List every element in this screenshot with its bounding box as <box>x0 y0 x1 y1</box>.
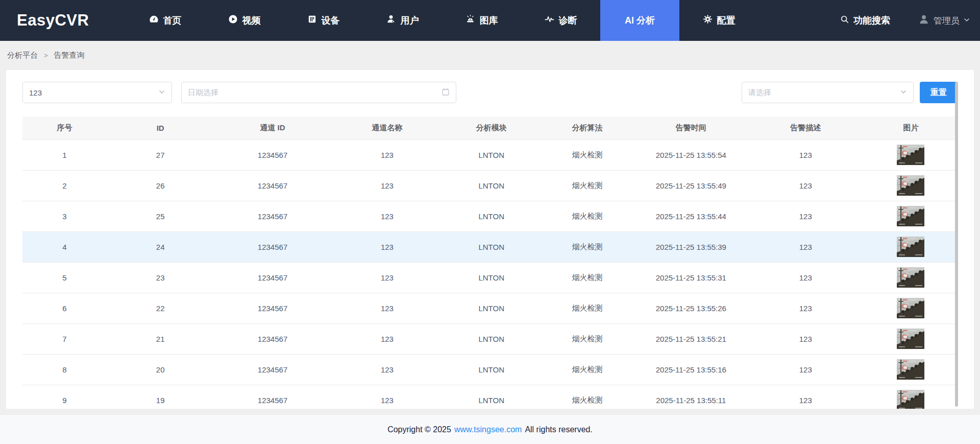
cell-index: 7 <box>22 323 107 354</box>
nav-item-diagnosis[interactable]: 诊断 <box>521 0 600 41</box>
reset-button[interactable]: 重置 <box>920 82 958 103</box>
filter-bar: 123 日期选择 请选择 重置 <box>22 82 958 103</box>
breadcrumb-item-alarm-query: 告警查询 <box>54 51 85 60</box>
cell-image <box>864 262 958 293</box>
cell-image <box>864 170 958 201</box>
vertical-scrollbar[interactable] <box>955 82 958 407</box>
cell-desc: 123 <box>747 201 864 231</box>
cell-time: 2025-11-25 13:55:21 <box>635 323 747 354</box>
cell-algorithm: 烟火检测 <box>540 323 635 354</box>
alarm-snapshot-thumbnail[interactable] <box>897 267 924 288</box>
cell-time: 2025-11-25 13:55:31 <box>635 262 747 293</box>
nav-item-config[interactable]: 配置 <box>679 0 758 41</box>
table-row[interactable]: 6 22 1234567 123 LNTON 烟火检测 2025-11-25 1… <box>22 293 958 323</box>
cell-channel-name: 123 <box>331 293 444 323</box>
alarm-snapshot-thumbnail[interactable] <box>897 175 924 196</box>
user-menu-label: 管理员 <box>934 15 960 27</box>
cell-channel-name: 123 <box>331 231 444 262</box>
cell-module: LNTON <box>443 385 540 409</box>
nav-item-label: 图库 <box>480 14 498 27</box>
col-header-channel-name: 通道名称 <box>331 116 444 139</box>
col-header-id: ID <box>107 116 214 139</box>
cell-id: 25 <box>107 201 214 231</box>
cell-index: 9 <box>22 385 107 409</box>
cell-algorithm: 烟火检测 <box>540 385 635 409</box>
cell-id: 26 <box>107 170 214 201</box>
alarm-lamp-icon <box>465 14 475 27</box>
cell-channel-name: 123 <box>331 262 444 293</box>
cell-algorithm: 烟火检测 <box>540 262 635 293</box>
cell-channel-id: 1234567 <box>214 170 331 201</box>
cell-index: 4 <box>22 231 107 262</box>
table-row[interactable]: 7 21 1234567 123 LNTON 烟火检测 2025-11-25 1… <box>22 323 958 354</box>
nav-item-video[interactable]: 视频 <box>205 0 284 41</box>
cell-channel-name: 123 <box>331 323 444 354</box>
table-row[interactable]: 4 24 1234567 123 LNTON 烟火检测 2025-11-25 1… <box>22 231 958 262</box>
cell-image <box>864 354 958 385</box>
alarm-snapshot-thumbnail[interactable] <box>897 206 924 226</box>
alarm-snapshot-thumbnail[interactable] <box>897 237 924 257</box>
table-row[interactable]: 2 26 1234567 123 LNTON 烟火检测 2025-11-25 1… <box>22 170 958 201</box>
table-row[interactable]: 5 23 1234567 123 LNTON 烟火检测 2025-11-25 1… <box>22 262 958 293</box>
function-search[interactable]: 功能搜索 <box>840 14 890 27</box>
cell-id: 21 <box>107 323 214 354</box>
cell-time: 2025-11-25 13:55:11 <box>635 385 747 409</box>
nav-item-label: 设备 <box>322 14 340 27</box>
cell-index: 3 <box>22 201 107 231</box>
table-row[interactable]: 3 25 1234567 123 LNTON 烟火检测 2025-11-25 1… <box>22 201 958 231</box>
type-select[interactable]: 请选择 <box>742 82 914 103</box>
brand-logo[interactable]: EasyCVR <box>17 0 89 41</box>
alarm-table-body: 1 27 1234567 123 LNTON 烟火检测 2025-11-25 1… <box>22 139 958 409</box>
cell-image <box>864 323 958 354</box>
user-menu[interactable]: 管理员 <box>918 14 970 28</box>
module-select[interactable]: 123 <box>22 82 172 103</box>
cell-algorithm: 烟火检测 <box>540 231 635 262</box>
nav-item-home[interactable]: 首页 <box>126 0 205 41</box>
cell-id: 27 <box>107 139 214 170</box>
cell-desc: 123 <box>747 170 864 201</box>
alarm-snapshot-thumbnail[interactable] <box>897 329 924 349</box>
alarm-snapshot-thumbnail[interactable] <box>897 390 924 409</box>
date-picker-input[interactable]: 日期选择 <box>181 82 456 103</box>
col-header-channel-id: 通道 ID <box>214 116 331 139</box>
alarm-snapshot-thumbnail[interactable] <box>897 145 924 165</box>
cell-channel-name: 123 <box>331 354 444 385</box>
nav-item-gallery[interactable]: 图库 <box>442 0 521 41</box>
nav-item-ai-analysis[interactable]: AI 分析 <box>600 0 679 41</box>
table-row[interactable]: 8 20 1234567 123 LNTON 烟火检测 2025-11-25 1… <box>22 354 958 385</box>
table-row[interactable]: 9 19 1234567 123 LNTON 烟火检测 2025-11-25 1… <box>22 385 958 409</box>
function-search-label: 功能搜索 <box>853 14 890 27</box>
cell-algorithm: 烟火检测 <box>540 354 635 385</box>
nav-item-user[interactable]: 用户 <box>363 0 442 41</box>
breadcrumb: 分析平台 > 告警查询 <box>0 41 980 70</box>
search-icon <box>840 15 849 27</box>
cell-channel-id: 1234567 <box>214 323 331 354</box>
cell-time: 2025-11-25 13:55:54 <box>635 139 747 170</box>
cell-index: 5 <box>22 262 107 293</box>
module-select-value: 123 <box>29 88 158 97</box>
breadcrumb-item-platform[interactable]: 分析平台 <box>7 51 38 60</box>
col-header-algorithm: 分析算法 <box>540 116 635 139</box>
cell-time: 2025-11-25 13:55:26 <box>635 293 747 323</box>
col-header-index: 序号 <box>22 116 107 139</box>
nav-item-device[interactable]: 设备 <box>284 0 363 41</box>
col-header-module: 分析模块 <box>443 116 540 139</box>
cell-channel-name: 123 <box>331 201 444 231</box>
play-circle-icon <box>228 14 238 27</box>
tsingsee-link[interactable]: www.tsingsee.com <box>454 425 522 434</box>
cell-module: LNTON <box>443 231 540 262</box>
main-menu: 首页 视频 设备 用户 图库 <box>126 0 758 41</box>
type-select-placeholder: 请选择 <box>748 88 900 98</box>
col-header-image: 图片 <box>864 116 958 139</box>
cell-id: 23 <box>107 262 214 293</box>
alarm-snapshot-thumbnail[interactable] <box>897 298 924 318</box>
alarm-snapshot-thumbnail[interactable] <box>897 359 924 380</box>
dashboard-icon <box>149 14 159 27</box>
date-picker-placeholder: 日期选择 <box>188 88 442 98</box>
table-row[interactable]: 1 27 1234567 123 LNTON 烟火检测 2025-11-25 1… <box>22 139 958 170</box>
chevron-down-icon <box>900 88 907 97</box>
admin-avatar-icon <box>918 14 929 28</box>
cell-index: 2 <box>22 170 107 201</box>
alarm-query-panel: 123 日期选择 请选择 重置 序号 ID <box>6 70 974 409</box>
cell-desc: 123 <box>747 231 864 262</box>
